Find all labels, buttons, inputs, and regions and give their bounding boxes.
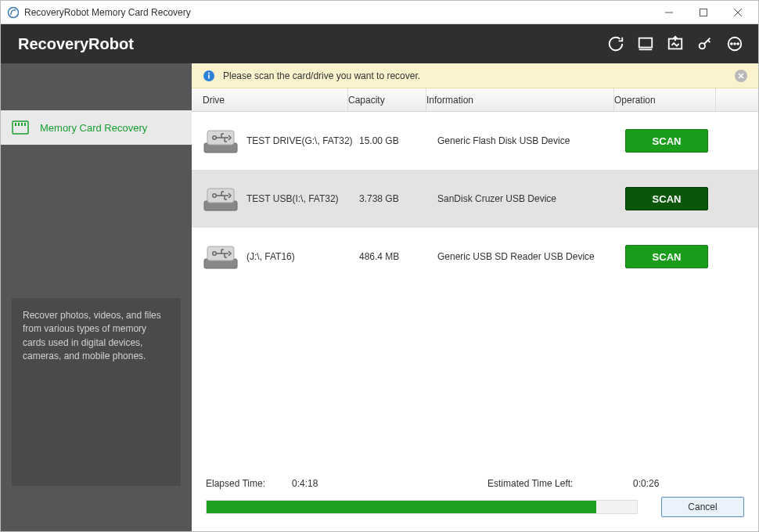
main-area: Memory Card Recovery Recover photos, vid… — [1, 63, 758, 531]
time-row: Elapsed Time: 0:4:18 Estimated Time Left… — [206, 478, 744, 489]
drive-row[interactable]: (J:\, FAT16) 486.4 MB Generic USB SD Rea… — [192, 228, 758, 286]
svg-point-15 — [737, 43, 739, 45]
column-drive[interactable]: Drive — [192, 88, 348, 111]
cancel-button[interactable]: Cancel — [661, 497, 744, 517]
app-header: RecoveryRobot — [1, 24, 758, 63]
info-bar: Please scan the card/drive you want to r… — [192, 63, 758, 88]
svg-point-23 — [208, 72, 210, 74]
drive-operation: SCAN — [625, 187, 732, 210]
key-icon[interactable] — [696, 34, 714, 53]
memory-card-icon — [12, 120, 29, 135]
svg-line-11 — [708, 40, 710, 42]
drive-info: Generic USB SD Reader USB Device — [437, 251, 625, 262]
drive-name: TEST USB(I:\, FAT32) — [246, 193, 359, 204]
eta-label: Estimated Time Left: — [487, 478, 633, 489]
scan-button[interactable]: SCAN — [625, 187, 708, 210]
header-toolbar — [606, 34, 744, 53]
table-header: Drive Capacity Information Operation — [192, 88, 758, 112]
drive-info: Generic Flash Disk USB Device — [437, 135, 625, 146]
svg-rect-22 — [208, 74, 210, 78]
drive-capacity: 3.738 GB — [359, 193, 437, 204]
drive-operation: SCAN — [625, 245, 732, 268]
more-icon[interactable] — [725, 34, 744, 53]
svg-rect-20 — [24, 123, 26, 126]
monitor-icon[interactable] — [636, 34, 655, 53]
svg-rect-17 — [15, 123, 16, 126]
close-info-icon[interactable] — [735, 70, 747, 82]
sidebar-item-memory-card-recovery[interactable]: Memory Card Recovery — [1, 110, 192, 145]
sidebar-description: Recover photos, videos, and files from v… — [12, 298, 181, 486]
progress-bar — [206, 500, 638, 514]
sidebar-spacer — [1, 63, 192, 110]
brand-label: RecoveryRobot — [18, 35, 606, 53]
drive-operation: SCAN — [625, 129, 732, 153]
image-load-icon[interactable] — [666, 34, 685, 53]
svg-point-0 — [9, 7, 19, 17]
drive-info: SanDisk Cruzer USB Device — [437, 193, 625, 204]
app-icon — [7, 6, 20, 19]
sidebar-item-label: Memory Card Recovery — [40, 122, 147, 134]
drive-name: (J:\, FAT16) — [246, 251, 359, 262]
progress-fill — [207, 501, 596, 513]
sidebar: Memory Card Recovery Recover photos, vid… — [1, 63, 192, 531]
svg-point-13 — [731, 43, 732, 45]
usb-drive-icon — [203, 126, 239, 156]
svg-point-9 — [700, 43, 705, 49]
column-capacity[interactable]: Capacity — [348, 88, 426, 111]
svg-rect-19 — [21, 123, 23, 126]
close-button[interactable] — [721, 1, 755, 23]
svg-rect-2 — [700, 9, 707, 16]
column-spacer — [716, 88, 758, 111]
column-information[interactable]: Information — [426, 88, 614, 111]
content-area: Please scan the card/drive you want to r… — [192, 63, 758, 531]
info-icon — [203, 70, 215, 82]
drive-capacity: 15.00 GB — [359, 135, 437, 146]
elapsed-label: Elapsed Time: — [206, 478, 292, 489]
scan-button[interactable]: SCAN — [625, 129, 708, 153]
drive-list: TEST DRIVE(G:\, FAT32) 15.00 GB Generic … — [192, 112, 758, 469]
drive-name: TEST DRIVE(G:\, FAT32) — [246, 135, 359, 146]
svg-point-14 — [734, 43, 736, 45]
usb-drive-icon — [203, 184, 239, 214]
eta-value: 0:0:26 — [633, 478, 696, 489]
window-controls — [652, 1, 755, 23]
usb-drive-icon — [203, 242, 239, 271]
column-operation[interactable]: Operation — [614, 88, 716, 111]
elapsed-value: 0:4:18 — [292, 478, 487, 489]
minimize-button[interactable] — [652, 1, 686, 23]
info-text: Please scan the card/drive you want to r… — [223, 70, 727, 81]
titlebar: RecoveryRobot Memory Card Recovery — [1, 1, 758, 24]
progress-row: Cancel — [206, 497, 744, 517]
window-title: RecoveryRobot Memory Card Recovery — [24, 7, 652, 18]
drive-capacity: 486.4 MB — [359, 251, 437, 262]
svg-rect-5 — [639, 38, 653, 48]
refresh-icon[interactable] — [606, 34, 625, 53]
maximize-button[interactable] — [686, 1, 721, 23]
scan-button[interactable]: SCAN — [625, 245, 708, 268]
drive-row[interactable]: TEST USB(I:\, FAT32) 3.738 GB SanDisk Cr… — [192, 170, 758, 228]
footer-panel: Elapsed Time: 0:4:18 Estimated Time Left… — [192, 469, 758, 531]
svg-rect-18 — [18, 123, 20, 126]
drive-row[interactable]: TEST DRIVE(G:\, FAT32) 15.00 GB Generic … — [192, 112, 758, 170]
